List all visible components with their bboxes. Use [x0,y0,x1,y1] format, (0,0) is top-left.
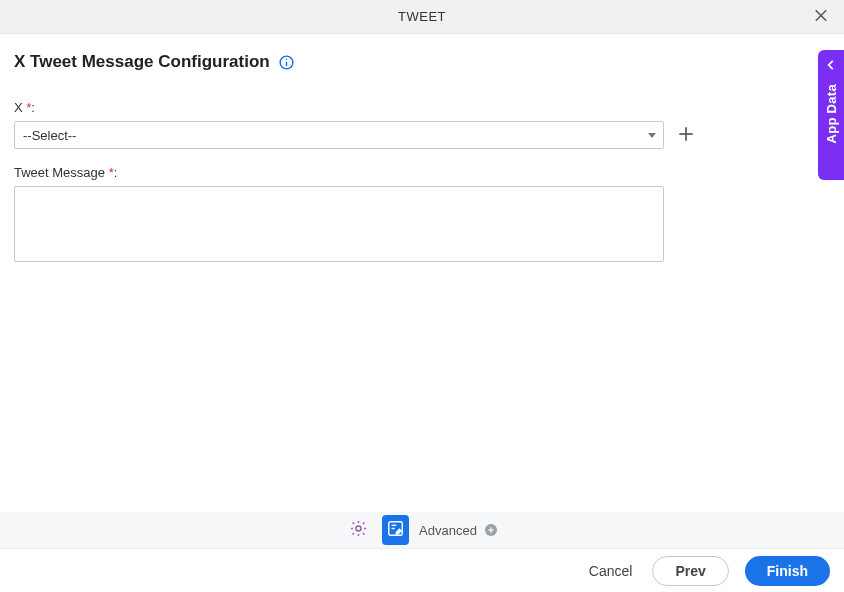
tweet-message-label-text: Tweet Message [14,165,105,180]
tweet-message-input[interactable] [14,186,664,262]
x-field-label-text: X [14,100,23,115]
advanced-toggle[interactable]: Advanced [419,522,499,538]
x-select[interactable]: --Select-- [14,121,664,149]
header-bar: TWEET [0,0,844,34]
page-title: X Tweet Message Configuration [14,52,270,72]
header-title: TWEET [398,9,446,24]
close-icon [812,6,830,27]
app-data-side-tab[interactable]: App Data [818,50,844,180]
required-asterisk: * [109,165,114,180]
edit-form-icon [386,519,405,541]
advanced-label: Advanced [419,523,477,538]
side-tab-label: App Data [824,84,839,143]
settings-tool-button[interactable] [345,515,372,545]
plus-circle-icon [483,522,499,538]
x-field-label: X *: [14,100,830,115]
required-asterisk: * [26,100,31,115]
x-select-value: --Select-- [23,128,76,143]
page-title-row: X Tweet Message Configuration [14,52,830,72]
tweet-message-label: Tweet Message *: [14,165,830,180]
cancel-button[interactable]: Cancel [585,557,637,585]
chevron-left-icon [824,58,838,76]
add-connection-button[interactable] [674,122,698,149]
svg-marker-5 [648,133,656,138]
svg-point-4 [285,58,286,59]
caret-down-icon [647,130,657,140]
info-icon[interactable] [278,54,295,71]
tweet-message-group: Tweet Message *: [14,165,830,266]
footer-bar: Cancel Prev Finish [0,548,844,592]
svg-point-8 [356,526,361,531]
content-area: X Tweet Message Configuration X *: --Sel… [0,34,844,300]
x-field-group: X *: --Select-- [14,100,830,149]
svg-rect-9 [389,522,402,535]
gear-icon [349,519,368,541]
edit-tool-button[interactable] [382,515,409,545]
close-button[interactable] [808,2,834,31]
plus-icon [676,124,696,147]
finish-button[interactable]: Finish [745,556,830,586]
toolbar-bar: Advanced [0,512,844,548]
prev-button[interactable]: Prev [652,556,728,586]
x-select-row: --Select-- [14,121,830,149]
